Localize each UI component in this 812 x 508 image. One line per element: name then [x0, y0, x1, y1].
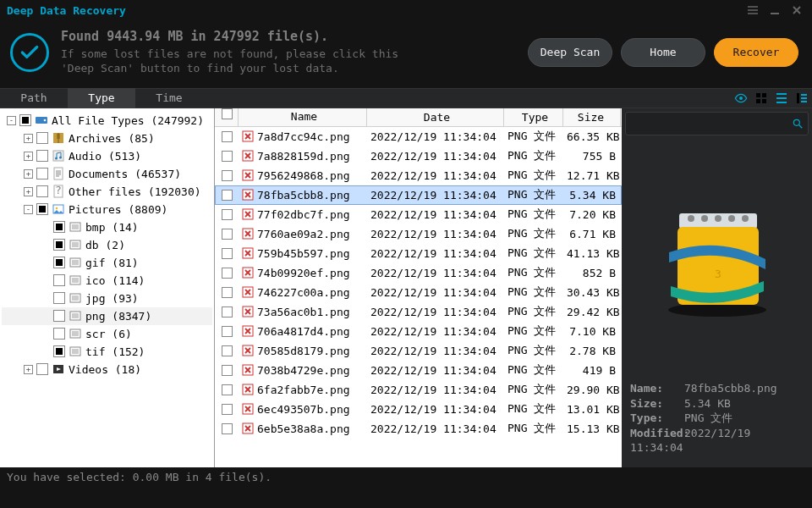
tree-item[interactable]: tif (152) [2, 343, 212, 361]
file-row[interactable]: 746227c00a.png2022/12/19 11:34:04PNG 文件3… [215, 283, 622, 302]
tree-checkbox[interactable] [53, 221, 65, 233]
column-date[interactable]: Date [367, 108, 504, 126]
file-checkbox[interactable] [222, 423, 233, 434]
expand-toggle[interactable]: - [7, 116, 16, 125]
tree-checkbox[interactable] [53, 292, 65, 304]
search-box[interactable] [625, 112, 809, 135]
preview-toggle-icon[interactable] [731, 88, 751, 108]
tree-item[interactable]: scr (6) [2, 325, 212, 343]
grid-view-icon[interactable] [751, 88, 771, 108]
tree-item[interactable]: ico (114) [2, 272, 212, 290]
tree-item[interactable]: +Documents (46537) [2, 165, 212, 183]
tree-item[interactable]: -Pictures (8809) [2, 201, 212, 218]
tree-item[interactable]: +Archives (85) [2, 130, 212, 147]
deleted-file-icon [242, 130, 254, 142]
expand-toggle[interactable]: + [24, 187, 33, 196]
expand-toggle[interactable]: + [24, 169, 33, 179]
tree-checkbox[interactable] [53, 345, 65, 357]
tree-item[interactable]: gif (81) [2, 254, 212, 272]
search-icon[interactable] [787, 113, 808, 134]
detail-view-icon[interactable] [792, 88, 812, 108]
select-all-checkbox[interactable] [222, 108, 233, 119]
file-row[interactable]: 7a8d7cc94c.png2022/12/19 11:34:04PNG 文件6… [215, 127, 622, 146]
tree-checkbox[interactable] [53, 257, 65, 268]
column-checkbox[interactable] [215, 108, 239, 126]
close-icon[interactable] [788, 2, 805, 19]
file-row[interactable]: 70585d8179.png2022/12/19 11:34:04PNG 文件2… [215, 341, 622, 361]
deep-scan-button[interactable]: Deep Scan [528, 38, 612, 67]
file-checkbox[interactable] [222, 229, 233, 240]
file-checkbox[interactable] [222, 209, 233, 220]
file-checkbox[interactable] [222, 248, 233, 259]
tree-checkbox[interactable] [53, 239, 65, 251]
tree-checkbox[interactable] [36, 363, 48, 375]
tree-item[interactable]: +?Other files (192030) [2, 183, 212, 201]
tree-checkbox[interactable] [36, 168, 48, 179]
file-checkbox[interactable] [222, 268, 233, 279]
file-row[interactable]: 7760ae09a2.png2022/12/19 11:34:04PNG 文件6… [215, 224, 622, 244]
tree-checkbox[interactable] [36, 150, 48, 162]
expand-toggle[interactable]: + [24, 365, 33, 374]
file-row[interactable]: 706a4817d4.png2022/12/19 11:34:04PNG 文件7… [215, 322, 622, 341]
file-row[interactable]: 7a8828159d.png2022/12/19 11:34:04PNG 文件7… [215, 146, 622, 166]
file-list-body[interactable]: 7a8d7cc94c.png2022/12/19 11:34:04PNG 文件6… [215, 127, 622, 467]
file-checkbox[interactable] [222, 326, 233, 337]
tree-checkbox[interactable] [36, 132, 48, 144]
file-checkbox[interactable] [222, 170, 233, 181]
file-checkbox[interactable] [222, 131, 233, 142]
expand-toggle[interactable]: - [24, 205, 33, 214]
file-name: 7038b4729e.png [257, 364, 350, 377]
tree-checkbox[interactable] [53, 310, 65, 322]
tree-checkbox[interactable] [36, 203, 48, 215]
tab-path[interactable]: Path [0, 88, 68, 108]
tree-checkbox[interactable] [19, 114, 31, 126]
tree-checkbox[interactable] [36, 185, 48, 197]
column-name[interactable]: Name [239, 108, 367, 126]
file-row[interactable]: 73a56ac0b1.png2022/12/19 11:34:04PNG 文件2… [215, 302, 622, 322]
tree-item[interactable]: -All File Types (247992) [2, 112, 212, 130]
file-checkbox[interactable] [222, 287, 233, 298]
file-checkbox[interactable] [222, 345, 233, 356]
file-row[interactable]: 7956249868.png2022/12/19 11:34:04PNG 文件1… [215, 166, 622, 185]
menu-icon[interactable] [744, 2, 761, 19]
file-row[interactable]: 6ec493507b.png2022/12/19 11:34:04PNG 文件1… [215, 400, 622, 419]
tree-checkbox[interactable] [53, 274, 65, 286]
expand-toggle[interactable]: + [24, 134, 33, 143]
category-tree[interactable]: -All File Types (247992)+Archives (85)+A… [0, 108, 214, 467]
file-row[interactable]: 7038b4729e.png2022/12/19 11:34:04PNG 文件4… [215, 361, 622, 380]
file-checkbox[interactable] [222, 151, 233, 162]
expand-toggle[interactable]: + [24, 152, 33, 161]
file-row[interactable]: 6fa2fabb7e.png2022/12/19 11:34:04PNG 文件2… [215, 380, 622, 400]
svg-rect-4 [762, 99, 766, 103]
home-button[interactable]: Home [621, 38, 705, 67]
tree-label: Pictures (8809) [69, 203, 167, 216]
tab-type[interactable]: Type [68, 88, 135, 108]
column-size[interactable]: Size [563, 108, 621, 126]
file-checkbox[interactable] [222, 190, 233, 201]
file-checkbox[interactable] [222, 365, 233, 376]
column-type[interactable]: Type [504, 108, 563, 126]
file-checkbox[interactable] [222, 404, 233, 415]
tree-item[interactable]: bmp (14) [2, 218, 212, 236]
file-row[interactable]: 74b09920ef.png2022/12/19 11:34:04PNG 文件8… [215, 263, 622, 283]
tree-item[interactable]: jpg (93) [2, 290, 212, 307]
tree-checkbox[interactable] [53, 328, 65, 340]
file-row[interactable]: 759b45b597.png2022/12/19 11:34:04PNG 文件4… [215, 244, 622, 263]
file-row[interactable]: 6eb5e38a8a.png2022/12/19 11:34:04PNG 文件1… [215, 419, 622, 439]
file-row[interactable]: 78fba5cbb8.png2022/12/19 11:34:04PNG 文件5… [215, 185, 622, 205]
file-checkbox[interactable] [222, 306, 233, 318]
view-tabs-bar: Path Type Time [0, 88, 812, 108]
file-checkbox[interactable] [222, 384, 233, 395]
preview-thumbnail: 3 [622, 139, 812, 374]
list-view-icon[interactable] [771, 88, 792, 108]
tree-item[interactable]: db (2) [2, 236, 212, 254]
recover-button[interactable]: Recover [714, 38, 798, 67]
tree-item[interactable]: +Audio (513) [2, 147, 212, 165]
search-input[interactable] [626, 117, 787, 130]
tree-item[interactable]: +Videos (18) [2, 361, 212, 378]
minimize-icon[interactable] [766, 2, 783, 19]
tree-item[interactable]: png (8347) [2, 307, 212, 325]
file-date: 2022/12/19 11:34:04 [367, 169, 504, 182]
tab-time[interactable]: Time [135, 88, 203, 108]
file-row[interactable]: 77f02dbc7f.png2022/12/19 11:34:04PNG 文件7… [215, 205, 622, 224]
